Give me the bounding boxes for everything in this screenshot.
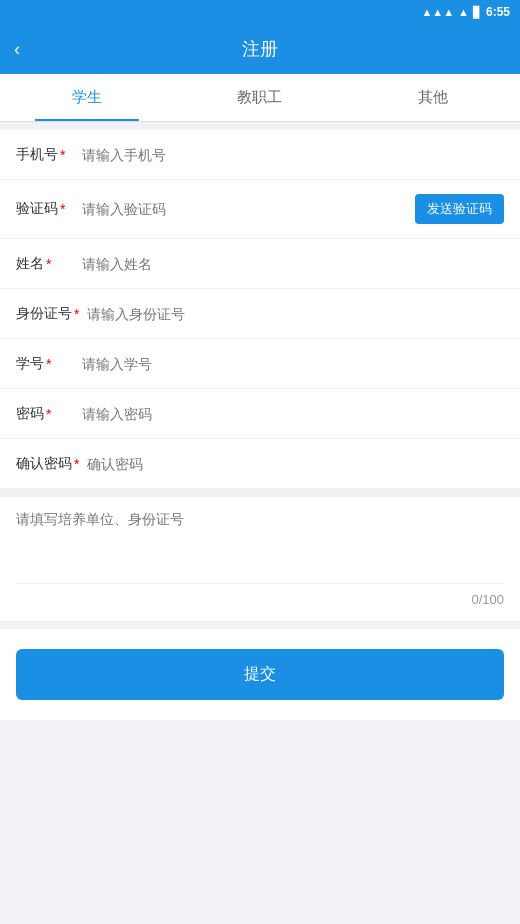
idcard-input[interactable] (79, 306, 504, 322)
tab-other[interactable]: 其他 (347, 74, 520, 121)
studentid-required: * (46, 356, 51, 372)
code-row: 验证码 * 发送验证码 (0, 180, 520, 239)
studentid-label: 学号 * (16, 355, 74, 373)
password-row: 密码 * (0, 389, 520, 439)
phone-row: 手机号 * (0, 130, 520, 180)
code-required: * (60, 201, 65, 217)
notes-area: 0/100 (0, 497, 520, 621)
time-display: 6:55 (486, 5, 510, 19)
name-label: 姓名 * (16, 255, 74, 273)
form-area: 手机号 * 验证码 * 发送验证码 姓名 * 身份证号 * 学号 * (0, 130, 520, 489)
confirm-password-row: 确认密码 * (0, 439, 520, 489)
confirm-password-input[interactable] (79, 456, 504, 472)
battery-icon: ▊ (473, 6, 481, 19)
tab-bar: 学生 教职工 其他 (0, 74, 520, 122)
password-required: * (46, 406, 51, 422)
back-button[interactable]: ‹ (14, 39, 20, 60)
notes-counter: 0/100 (16, 583, 504, 607)
name-row: 姓名 * (0, 239, 520, 289)
tab-teacher[interactable]: 教职工 (173, 74, 346, 121)
phone-input[interactable] (74, 147, 504, 163)
name-required: * (46, 256, 51, 272)
studentid-row: 学号 * (0, 339, 520, 389)
studentid-input[interactable] (74, 356, 504, 372)
notes-input[interactable] (16, 511, 504, 571)
submit-area: 提交 (0, 629, 520, 720)
idcard-label: 身份证号 * (16, 305, 79, 323)
code-label: 验证码 * (16, 200, 74, 218)
password-input[interactable] (74, 406, 504, 422)
status-bar: ▲▲▲ ▲ ▊ 6:55 (0, 0, 520, 24)
idcard-row: 身份证号 * (0, 289, 520, 339)
confirm-password-label: 确认密码 * (16, 455, 79, 473)
phone-required: * (60, 147, 65, 163)
submit-button[interactable]: 提交 (16, 649, 504, 700)
page-title: 注册 (242, 37, 278, 61)
header: ‹ 注册 (0, 24, 520, 74)
send-code-button[interactable]: 发送验证码 (415, 194, 504, 224)
code-input[interactable] (74, 201, 415, 217)
wifi-icon: ▲ (458, 6, 469, 18)
signal-icon: ▲▲▲ (421, 6, 454, 18)
password-label: 密码 * (16, 405, 74, 423)
tab-student[interactable]: 学生 (0, 74, 173, 121)
phone-label: 手机号 * (16, 146, 74, 164)
status-icons: ▲▲▲ ▲ ▊ (421, 6, 481, 19)
name-input[interactable] (74, 256, 504, 272)
